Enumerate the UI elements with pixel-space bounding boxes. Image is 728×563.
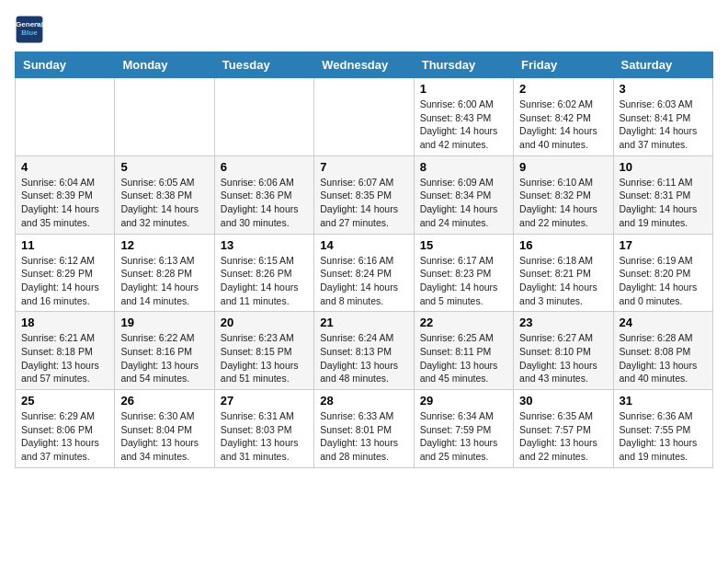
day-cell: 4Sunrise: 6:04 AM Sunset: 8:39 PM Daylig… xyxy=(16,155,115,234)
day-info: Sunrise: 6:19 AM Sunset: 8:20 PM Dayligh… xyxy=(620,254,707,308)
weekday-header-thursday: Thursday xyxy=(414,52,513,78)
svg-text:General: General xyxy=(16,20,43,29)
day-info: Sunrise: 6:35 AM Sunset: 7:57 PM Dayligh… xyxy=(519,409,607,464)
day-number: 29 xyxy=(420,394,507,408)
week-row-3: 11Sunrise: 6:12 AM Sunset: 8:29 PM Dayli… xyxy=(16,234,713,312)
day-info: Sunrise: 6:34 AM Sunset: 7:59 PM Dayligh… xyxy=(420,409,507,464)
day-cell: 30Sunrise: 6:35 AM Sunset: 7:57 PM Dayli… xyxy=(514,390,613,468)
day-number: 12 xyxy=(120,238,208,252)
day-info: Sunrise: 6:04 AM Sunset: 8:39 PM Dayligh… xyxy=(21,176,108,230)
day-number: 14 xyxy=(320,238,407,252)
day-info: Sunrise: 6:22 AM Sunset: 8:16 PM Dayligh… xyxy=(120,331,208,385)
day-info: Sunrise: 6:10 AM Sunset: 8:32 PM Dayligh… xyxy=(519,176,607,230)
day-info: Sunrise: 6:06 AM Sunset: 8:36 PM Dayligh… xyxy=(221,176,308,230)
day-number: 25 xyxy=(21,394,108,408)
day-cell: 16Sunrise: 6:18 AM Sunset: 8:21 PM Dayli… xyxy=(514,234,613,312)
day-info: Sunrise: 6:25 AM Sunset: 8:11 PM Dayligh… xyxy=(420,331,507,385)
day-cell: 21Sunrise: 6:24 AM Sunset: 8:13 PM Dayli… xyxy=(314,312,414,390)
day-cell: 23Sunrise: 6:27 AM Sunset: 8:10 PM Dayli… xyxy=(514,312,613,390)
day-info: Sunrise: 6:36 AM Sunset: 7:55 PM Dayligh… xyxy=(620,409,707,464)
week-row-5: 25Sunrise: 6:29 AM Sunset: 8:06 PM Dayli… xyxy=(16,390,713,468)
day-cell: 22Sunrise: 6:25 AM Sunset: 8:11 PM Dayli… xyxy=(414,312,513,390)
day-info: Sunrise: 6:17 AM Sunset: 8:23 PM Dayligh… xyxy=(420,254,507,308)
day-number: 1 xyxy=(420,82,507,96)
day-cell: 28Sunrise: 6:33 AM Sunset: 8:01 PM Dayli… xyxy=(314,390,414,468)
day-number: 28 xyxy=(320,394,407,408)
day-cell: 6Sunrise: 6:06 AM Sunset: 8:36 PM Daylig… xyxy=(214,155,313,234)
day-number: 3 xyxy=(620,82,707,96)
day-number: 4 xyxy=(21,160,108,174)
day-cell: 24Sunrise: 6:28 AM Sunset: 8:08 PM Dayli… xyxy=(613,312,712,390)
day-info: Sunrise: 6:27 AM Sunset: 8:10 PM Dayligh… xyxy=(519,331,607,385)
day-cell xyxy=(214,78,313,156)
day-number: 23 xyxy=(519,316,607,329)
weekday-header-wednesday: Wednesday xyxy=(314,52,414,78)
day-number: 10 xyxy=(620,160,707,174)
day-info: Sunrise: 6:23 AM Sunset: 8:15 PM Dayligh… xyxy=(221,331,308,385)
day-cell: 7Sunrise: 6:07 AM Sunset: 8:35 PM Daylig… xyxy=(314,155,414,234)
day-cell: 25Sunrise: 6:29 AM Sunset: 8:06 PM Dayli… xyxy=(16,390,115,468)
day-info: Sunrise: 6:12 AM Sunset: 8:29 PM Dayligh… xyxy=(21,254,108,308)
day-info: Sunrise: 6:09 AM Sunset: 8:34 PM Dayligh… xyxy=(420,176,507,230)
day-info: Sunrise: 6:33 AM Sunset: 8:01 PM Dayligh… xyxy=(320,409,407,464)
day-cell: 20Sunrise: 6:23 AM Sunset: 8:15 PM Dayli… xyxy=(214,312,313,390)
day-cell: 8Sunrise: 6:09 AM Sunset: 8:34 PM Daylig… xyxy=(414,155,513,234)
day-info: Sunrise: 6:28 AM Sunset: 8:08 PM Dayligh… xyxy=(620,331,707,385)
day-number: 30 xyxy=(519,394,607,408)
day-number: 19 xyxy=(120,316,208,329)
day-cell xyxy=(115,78,214,156)
weekday-header-tuesday: Tuesday xyxy=(214,52,313,78)
day-cell: 31Sunrise: 6:36 AM Sunset: 7:55 PM Dayli… xyxy=(613,390,712,468)
day-cell: 15Sunrise: 6:17 AM Sunset: 8:23 PM Dayli… xyxy=(414,234,513,312)
day-number: 21 xyxy=(320,316,407,329)
week-row-4: 18Sunrise: 6:21 AM Sunset: 8:18 PM Dayli… xyxy=(16,312,713,390)
page-header: General Blue xyxy=(15,15,713,44)
day-cell: 29Sunrise: 6:34 AM Sunset: 7:59 PM Dayli… xyxy=(414,390,513,468)
day-cell: 14Sunrise: 6:16 AM Sunset: 8:24 PM Dayli… xyxy=(314,234,414,312)
day-cell xyxy=(314,78,414,156)
day-info: Sunrise: 6:05 AM Sunset: 8:38 PM Dayligh… xyxy=(120,176,208,230)
week-row-2: 4Sunrise: 6:04 AM Sunset: 8:39 PM Daylig… xyxy=(16,155,713,234)
day-info: Sunrise: 6:30 AM Sunset: 8:04 PM Dayligh… xyxy=(120,409,208,464)
day-cell: 13Sunrise: 6:15 AM Sunset: 8:26 PM Dayli… xyxy=(214,234,313,312)
day-info: Sunrise: 6:15 AM Sunset: 8:26 PM Dayligh… xyxy=(221,254,308,308)
day-cell: 2Sunrise: 6:02 AM Sunset: 8:42 PM Daylig… xyxy=(514,78,613,156)
day-number: 13 xyxy=(221,238,308,252)
day-number: 2 xyxy=(519,82,607,96)
day-number: 9 xyxy=(519,160,607,174)
day-info: Sunrise: 6:03 AM Sunset: 8:41 PM Dayligh… xyxy=(620,98,707,152)
weekday-header-saturday: Saturday xyxy=(613,52,712,78)
weekday-header-monday: Monday xyxy=(115,52,214,78)
day-number: 18 xyxy=(21,316,108,329)
logo: General Blue xyxy=(15,15,44,44)
day-cell: 3Sunrise: 6:03 AM Sunset: 8:41 PM Daylig… xyxy=(613,78,712,156)
day-cell: 10Sunrise: 6:11 AM Sunset: 8:31 PM Dayli… xyxy=(613,155,712,234)
weekday-header-row: SundayMondayTuesdayWednesdayThursdayFrid… xyxy=(16,52,713,78)
day-number: 7 xyxy=(320,160,407,174)
day-number: 26 xyxy=(120,394,208,408)
day-number: 8 xyxy=(420,160,507,174)
day-number: 24 xyxy=(620,316,707,329)
day-cell: 11Sunrise: 6:12 AM Sunset: 8:29 PM Dayli… xyxy=(16,234,115,312)
weekday-header-sunday: Sunday xyxy=(16,52,115,78)
day-cell: 1Sunrise: 6:00 AM Sunset: 8:43 PM Daylig… xyxy=(414,78,513,156)
day-cell: 18Sunrise: 6:21 AM Sunset: 8:18 PM Dayli… xyxy=(16,312,115,390)
day-info: Sunrise: 6:21 AM Sunset: 8:18 PM Dayligh… xyxy=(21,331,108,385)
logo-icon: General Blue xyxy=(15,15,44,44)
weekday-header-friday: Friday xyxy=(514,52,613,78)
day-number: 6 xyxy=(221,160,308,174)
day-cell: 17Sunrise: 6:19 AM Sunset: 8:20 PM Dayli… xyxy=(613,234,712,312)
svg-text:Blue: Blue xyxy=(21,29,38,37)
calendar-table: SundayMondayTuesdayWednesdayThursdayFrid… xyxy=(15,52,713,468)
day-number: 22 xyxy=(420,316,507,329)
day-info: Sunrise: 6:29 AM Sunset: 8:06 PM Dayligh… xyxy=(21,409,108,464)
day-number: 17 xyxy=(620,238,707,252)
day-cell: 5Sunrise: 6:05 AM Sunset: 8:38 PM Daylig… xyxy=(115,155,214,234)
day-info: Sunrise: 6:11 AM Sunset: 8:31 PM Dayligh… xyxy=(620,176,707,230)
day-info: Sunrise: 6:07 AM Sunset: 8:35 PM Dayligh… xyxy=(320,176,407,230)
day-number: 16 xyxy=(519,238,607,252)
day-info: Sunrise: 6:13 AM Sunset: 8:28 PM Dayligh… xyxy=(120,254,208,308)
day-cell xyxy=(16,78,115,156)
day-cell: 26Sunrise: 6:30 AM Sunset: 8:04 PM Dayli… xyxy=(115,390,214,468)
day-info: Sunrise: 6:31 AM Sunset: 8:03 PM Dayligh… xyxy=(221,409,308,464)
